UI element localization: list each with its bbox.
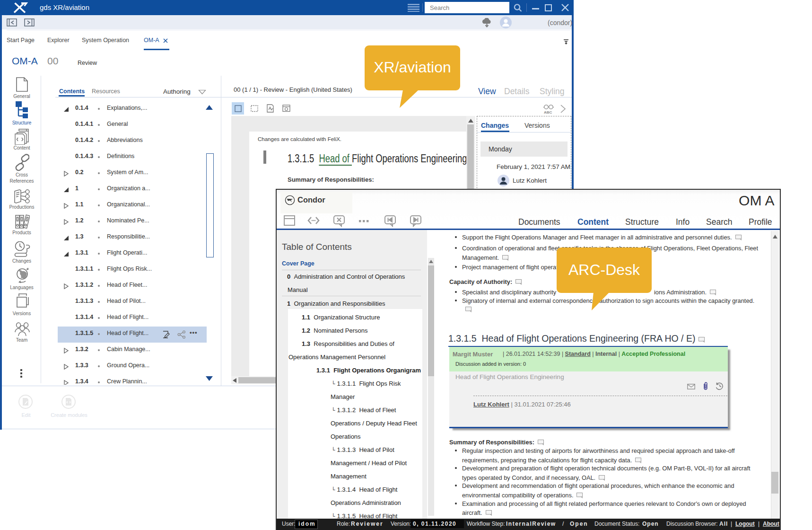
svg-text:ABC: ABC <box>544 110 552 115</box>
